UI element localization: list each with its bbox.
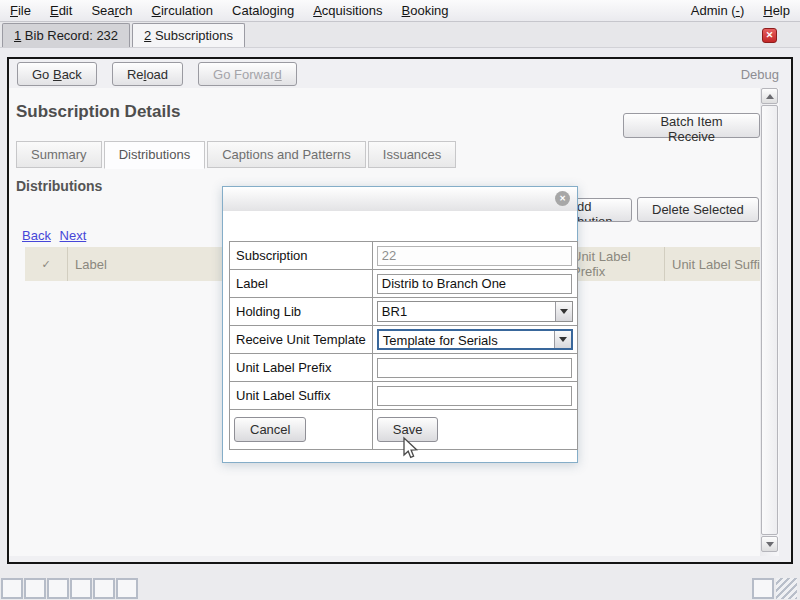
next-link[interactable]: Next [60,228,87,243]
mouse-cursor [397,435,421,461]
subscription-input [377,246,572,266]
arrow-up-icon [766,90,774,99]
back-link[interactable]: Back [22,228,51,243]
menu-search[interactable]: Search [91,3,132,18]
form-row-label: Label [230,270,578,298]
unit-label-prefix-label: Unit Label Prefix [230,354,373,382]
menu-file[interactable]: File [10,3,31,18]
tab-subscriptions[interactable]: 2 Subscriptions [132,23,245,47]
debug-label: Debug [741,67,783,82]
menu-admin[interactable]: Admin (-) [691,3,744,18]
section-title: Distributions [16,178,102,194]
menu-cataloging[interactable]: Cataloging [232,3,294,18]
tab-captions-and-patterns[interactable]: Captions and Patterns [207,141,366,168]
column-header-unit-label-prefix[interactable]: Unit Label Prefix [565,247,665,281]
scroll-up-button[interactable] [761,88,778,104]
unit-label-prefix-input[interactable] [377,358,572,378]
statusbar [0,566,800,600]
holding-lib-selected-value: BR1 [378,302,555,321]
statusbar-cell [116,578,138,599]
navigation-toolbar: Go Back Reload Go Forward Debug [9,59,791,89]
pager: Back Next [22,228,91,243]
close-icon: ✕ [559,194,566,203]
subscription-label: Subscription [230,242,373,270]
form-row-unit-label-suffix: Unit Label Suffix [230,382,578,410]
menu-edit[interactable]: Edit [50,3,72,18]
menu-acquisitions[interactable]: Acquisitions [313,3,382,18]
statusbar-cell [1,578,23,599]
form-row-holding-lib: Holding Lib BR1 [230,298,578,326]
dialog-form: Subscription Label Holding Lib BR1 Recei… [229,241,578,450]
label-input[interactable] [377,274,572,294]
statusbar-cell [70,578,92,599]
scroll-down-button[interactable] [761,536,778,552]
reload-button[interactable]: Reload [112,62,183,86]
column-header-unit-label-suffix[interactable]: Unit Label Suffix [665,247,760,281]
menu-help[interactable]: Help [763,3,790,18]
chevron-down-icon [559,337,567,346]
delete-selected-button[interactable]: Delete Selected [637,197,759,222]
form-row-receive-unit-template: Receive Unit Template Template for Seria… [230,326,578,354]
holding-lib-label: Holding Lib [230,298,373,326]
statusbar-cell [24,578,46,599]
distribution-edit-dialog: ✕ Subscription Label Holding Lib BR1 [222,186,578,463]
tab-issuances[interactable]: Issuances [368,141,457,168]
go-back-button[interactable]: Go Back [17,62,97,86]
receive-unit-template-select[interactable]: Template for Serials [377,329,573,350]
cancel-button[interactable]: Cancel [234,417,306,442]
unit-label-suffix-input[interactable] [377,386,572,406]
form-row-unit-label-prefix: Unit Label Prefix [230,354,578,382]
vertical-scrollbar[interactable] [760,88,779,556]
tab-bib-record[interactable]: 1 Bib Record: 232 [2,23,130,47]
tab-summary[interactable]: Summary [16,141,102,168]
receive-unit-template-dropdown-button[interactable] [554,331,571,348]
label-label: Label [230,270,373,298]
batch-item-receive-button[interactable]: Batch Item Receive [623,113,760,138]
window-resize-grip[interactable] [776,578,797,599]
scrollbar-thumb[interactable] [761,105,778,535]
app-tabbar: 1 Bib Record: 232 2 Subscriptions [0,22,800,48]
arrow-down-icon [766,542,774,551]
statusbar-cell [47,578,69,599]
close-icon: ✕ [766,30,774,40]
menu-circulation[interactable]: Circulation [152,3,213,18]
receive-unit-template-label: Receive Unit Template [230,326,373,354]
statusbar-cell [93,578,115,599]
receive-unit-template-selected-value: Template for Serials [379,331,554,348]
go-forward-button: Go Forward [198,62,297,86]
page-title: Subscription Details [16,102,180,122]
statusbar-cell [752,578,774,599]
chevron-down-icon [560,309,568,318]
dialog-close-button[interactable]: ✕ [555,191,570,206]
application-window: File Edit Search Circulation Cataloging … [0,0,800,600]
menu-booking[interactable]: Booking [402,3,449,18]
unit-label-suffix-label: Unit Label Suffix [230,382,373,410]
tab-close-button[interactable]: ✕ [762,28,777,43]
subscription-tabs: Summary Distributions Captions and Patte… [16,141,458,169]
column-header-select[interactable]: ✓ [25,247,68,281]
tab-distributions[interactable]: Distributions [104,141,206,169]
holding-lib-select[interactable]: BR1 [377,301,573,322]
form-row-subscription: Subscription [230,242,578,270]
holding-lib-dropdown-button[interactable] [555,302,572,321]
menubar: File Edit Search Circulation Cataloging … [0,0,800,22]
dialog-titlebar [223,187,577,211]
